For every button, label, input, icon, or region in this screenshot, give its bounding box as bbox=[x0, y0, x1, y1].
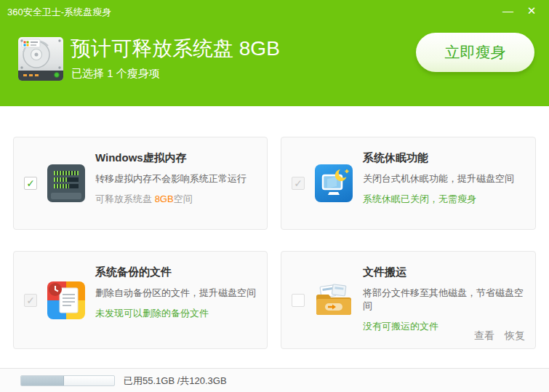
disk-usage-label: 已用55.1GB /共120.3GB bbox=[124, 375, 227, 388]
app-window: 360安全卫士-系统盘瘦身 — ✕ bbox=[0, 0, 549, 392]
restore-link[interactable]: 恢复 bbox=[505, 329, 525, 341]
card-title: Windows虚拟内存 bbox=[95, 151, 260, 165]
card-description: 删除自动备份区的文件，提升磁盘空间 bbox=[95, 287, 260, 300]
card-grid: ✓ Windows虚拟内存 转移虚拟内存不会影响系统正常运行 可释放系统盘 8G… bbox=[0, 106, 549, 368]
hard-disk-icon bbox=[13, 33, 68, 89]
slim-now-button[interactable]: 立即瘦身 bbox=[416, 33, 534, 72]
file-move-checkbox[interactable] bbox=[292, 294, 305, 307]
card-description: 将部分文件移至其他磁盘，节省磁盘空间 bbox=[363, 287, 528, 313]
footer-statusbar: 已用55.1GB /共120.3GB bbox=[0, 368, 549, 392]
card-description: 转移虚拟内存不会影响系统正常运行 bbox=[95, 172, 260, 185]
disk-usage-progressbar bbox=[20, 375, 115, 386]
card-status: 系统休眠已关闭，无需瘦身 bbox=[363, 193, 528, 206]
window-controls: — ✕ bbox=[498, 3, 542, 19]
view-link[interactable]: 查看 bbox=[474, 329, 494, 341]
card-status: 未发现可以删除的备份文件 bbox=[95, 307, 260, 320]
virtual-memory-checkbox[interactable]: ✓ bbox=[24, 177, 37, 190]
header: 预计可释放系统盘 8GB 已选择 1 个瘦身项 立即瘦身 bbox=[0, 22, 549, 106]
ram-icon bbox=[47, 164, 85, 202]
card-windows-virtual-memory: ✓ Windows虚拟内存 转移虚拟内存不会影响系统正常运行 可释放系统盘 8G… bbox=[13, 137, 268, 230]
releasable-size: 8GB bbox=[155, 193, 174, 204]
card-title: 系统备份的文件 bbox=[95, 265, 260, 279]
check-icon: ✓ bbox=[26, 177, 35, 189]
folder-move-icon bbox=[315, 281, 353, 319]
close-button[interactable]: ✕ bbox=[521, 3, 542, 19]
selected-count-label: 已选择 1 个瘦身项 bbox=[71, 67, 160, 81]
hibernate-checkbox: ✓ bbox=[292, 177, 305, 190]
page-title: 预计可释放系统盘 8GB bbox=[71, 35, 280, 63]
card-system-hibernate: ✓ 系统休眠功能 关闭台式机休眠功能，提升磁盘空间 系统休眠已关闭，无需瘦身 bbox=[281, 137, 536, 230]
card-actions: 查看 恢复 bbox=[467, 329, 525, 343]
window-title: 360安全卫士-系统盘瘦身 bbox=[7, 6, 111, 19]
backup-files-checkbox: ✓ bbox=[24, 294, 37, 307]
card-title: 系统休眠功能 bbox=[363, 151, 528, 165]
card-title: 文件搬运 bbox=[363, 265, 528, 279]
hibernate-icon bbox=[315, 164, 353, 202]
card-file-move: 文件搬运 将部分文件移至其他磁盘，节省磁盘空间 没有可搬运的文件 查看 恢复 bbox=[281, 251, 536, 349]
check-icon: ✓ bbox=[26, 295, 35, 306]
check-icon: ✓ bbox=[294, 177, 302, 189]
backup-icon bbox=[47, 281, 85, 319]
titlebar: 360安全卫士-系统盘瘦身 — ✕ bbox=[0, 0, 549, 22]
minimize-button[interactable]: — bbox=[498, 3, 518, 19]
card-system-backup-files: ✓ 系统备份的文件 bbox=[13, 251, 268, 349]
card-description: 关闭台式机休眠功能，提升磁盘空间 bbox=[363, 172, 528, 185]
card-status: 可释放系统盘 8GB空间 bbox=[95, 193, 260, 206]
disk-usage-progress-fill bbox=[21, 376, 64, 385]
